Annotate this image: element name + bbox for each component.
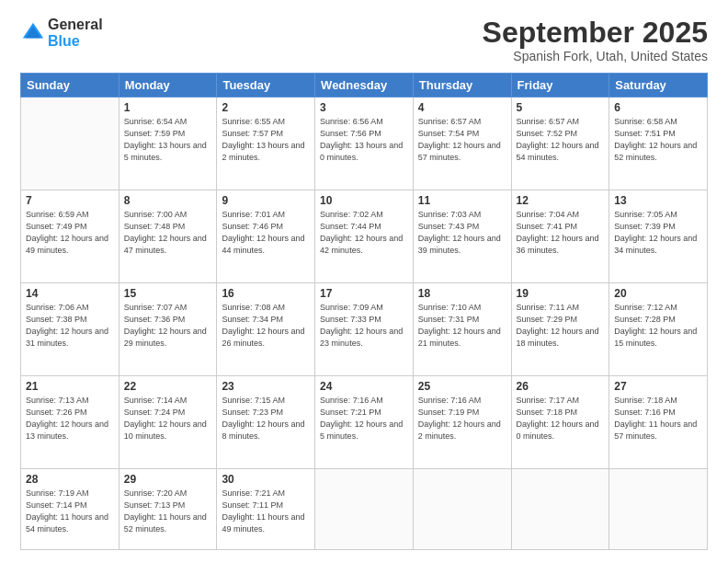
day-info: Sunrise: 6:57 AMSunset: 7:54 PMDaylight:… xyxy=(418,116,506,164)
day-number: 21 xyxy=(26,380,114,393)
calendar-cell: 21Sunrise: 7:13 AMSunset: 7:26 PMDayligh… xyxy=(21,375,119,468)
day-number: 28 xyxy=(26,473,114,486)
calendar-week-row: 28Sunrise: 7:19 AMSunset: 7:14 PMDayligh… xyxy=(21,468,708,550)
day-info: Sunrise: 7:07 AMSunset: 7:36 PMDaylight:… xyxy=(124,302,212,350)
day-number: 16 xyxy=(222,287,310,300)
calendar-cell: 25Sunrise: 7:16 AMSunset: 7:19 PMDayligh… xyxy=(413,375,511,468)
calendar-cell: 14Sunrise: 7:06 AMSunset: 7:38 PMDayligh… xyxy=(21,282,119,375)
logo-blue-text: Blue xyxy=(48,33,103,50)
day-number: 8 xyxy=(124,194,212,207)
day-info: Sunrise: 6:58 AMSunset: 7:51 PMDaylight:… xyxy=(614,116,702,164)
calendar-cell xyxy=(609,468,708,550)
day-number: 24 xyxy=(320,380,408,393)
calendar-header-row: SundayMondayTuesdayWednesdayThursdayFrid… xyxy=(21,74,708,98)
logo-general-text: General xyxy=(48,17,103,33)
day-number: 12 xyxy=(517,194,605,207)
calendar-cell: 29Sunrise: 7:20 AMSunset: 7:13 PMDayligh… xyxy=(119,468,217,550)
day-number: 7 xyxy=(26,194,114,207)
calendar-cell: 23Sunrise: 7:15 AMSunset: 7:23 PMDayligh… xyxy=(217,375,315,468)
day-info: Sunrise: 7:18 AMSunset: 7:16 PMDaylight:… xyxy=(614,395,702,442)
day-info: Sunrise: 7:06 AMSunset: 7:38 PMDaylight:… xyxy=(26,302,114,350)
day-number: 2 xyxy=(222,101,310,114)
month-title: September 2025 xyxy=(483,17,708,49)
day-info: Sunrise: 6:57 AMSunset: 7:52 PMDaylight:… xyxy=(517,116,605,164)
day-number: 13 xyxy=(614,194,702,207)
calendar-cell xyxy=(21,98,119,190)
calendar-header-tuesday: Tuesday xyxy=(217,74,315,98)
calendar-cell: 9Sunrise: 7:01 AMSunset: 7:46 PMDaylight… xyxy=(217,190,315,283)
calendar-cell: 16Sunrise: 7:08 AMSunset: 7:34 PMDayligh… xyxy=(217,282,315,375)
day-info: Sunrise: 7:03 AMSunset: 7:43 PMDaylight:… xyxy=(418,209,506,257)
day-info: Sunrise: 7:16 AMSunset: 7:21 PMDaylight:… xyxy=(320,395,408,442)
day-info: Sunrise: 7:11 AMSunset: 7:29 PMDaylight:… xyxy=(517,302,605,350)
day-number: 5 xyxy=(517,101,605,114)
day-number: 25 xyxy=(418,380,506,393)
day-number: 18 xyxy=(418,287,506,300)
day-number: 17 xyxy=(320,287,408,300)
day-number: 29 xyxy=(124,473,212,486)
calendar-cell: 2Sunrise: 6:55 AMSunset: 7:57 PMDaylight… xyxy=(217,98,315,190)
day-info: Sunrise: 7:09 AMSunset: 7:33 PMDaylight:… xyxy=(320,302,408,350)
day-number: 6 xyxy=(614,101,702,114)
day-number: 14 xyxy=(26,287,114,300)
calendar-cell: 26Sunrise: 7:17 AMSunset: 7:18 PMDayligh… xyxy=(511,375,609,468)
day-info: Sunrise: 7:10 AMSunset: 7:31 PMDaylight:… xyxy=(418,302,506,350)
day-info: Sunrise: 6:59 AMSunset: 7:49 PMDaylight:… xyxy=(26,209,114,257)
day-info: Sunrise: 7:04 AMSunset: 7:41 PMDaylight:… xyxy=(517,209,605,257)
calendar-cell: 22Sunrise: 7:14 AMSunset: 7:24 PMDayligh… xyxy=(119,375,217,468)
header: General Blue September 2025 Spanish Fork… xyxy=(20,17,708,63)
calendar-cell: 3Sunrise: 6:56 AMSunset: 7:56 PMDaylight… xyxy=(315,98,414,190)
calendar-cell: 10Sunrise: 7:02 AMSunset: 7:44 PMDayligh… xyxy=(315,190,414,283)
page: General Blue September 2025 Spanish Fork… xyxy=(0,0,728,563)
calendar-week-row: 1Sunrise: 6:54 AMSunset: 7:59 PMDaylight… xyxy=(21,98,708,190)
calendar-cell: 5Sunrise: 6:57 AMSunset: 7:52 PMDaylight… xyxy=(511,98,609,190)
calendar-table: SundayMondayTuesdayWednesdayThursdayFrid… xyxy=(20,73,708,550)
calendar-header-thursday: Thursday xyxy=(413,74,511,98)
location: Spanish Fork, Utah, United States xyxy=(483,49,708,63)
day-number: 19 xyxy=(517,287,605,300)
calendar-cell: 19Sunrise: 7:11 AMSunset: 7:29 PMDayligh… xyxy=(511,282,609,375)
day-info: Sunrise: 7:01 AMSunset: 7:46 PMDaylight:… xyxy=(222,209,310,257)
day-info: Sunrise: 7:00 AMSunset: 7:48 PMDaylight:… xyxy=(124,209,212,257)
calendar-cell: 24Sunrise: 7:16 AMSunset: 7:21 PMDayligh… xyxy=(315,375,414,468)
calendar-week-row: 7Sunrise: 6:59 AMSunset: 7:49 PMDaylight… xyxy=(21,190,708,283)
day-info: Sunrise: 6:55 AMSunset: 7:57 PMDaylight:… xyxy=(222,116,310,164)
day-info: Sunrise: 7:21 AMSunset: 7:11 PMDaylight:… xyxy=(222,488,310,535)
day-info: Sunrise: 7:12 AMSunset: 7:28 PMDaylight:… xyxy=(614,302,702,350)
day-info: Sunrise: 7:15 AMSunset: 7:23 PMDaylight:… xyxy=(222,395,310,442)
day-number: 23 xyxy=(222,380,310,393)
calendar-week-row: 14Sunrise: 7:06 AMSunset: 7:38 PMDayligh… xyxy=(21,282,708,375)
day-number: 3 xyxy=(320,101,408,114)
calendar-cell: 6Sunrise: 6:58 AMSunset: 7:51 PMDaylight… xyxy=(609,98,708,190)
calendar-cell: 28Sunrise: 7:19 AMSunset: 7:14 PMDayligh… xyxy=(21,468,119,550)
day-info: Sunrise: 7:02 AMSunset: 7:44 PMDaylight:… xyxy=(320,209,408,257)
calendar-cell: 15Sunrise: 7:07 AMSunset: 7:36 PMDayligh… xyxy=(119,282,217,375)
calendar-cell xyxy=(413,468,511,550)
calendar-cell: 1Sunrise: 6:54 AMSunset: 7:59 PMDaylight… xyxy=(119,98,217,190)
day-number: 15 xyxy=(124,287,212,300)
calendar-cell xyxy=(315,468,414,550)
day-number: 26 xyxy=(517,380,605,393)
day-number: 11 xyxy=(418,194,506,207)
day-info: Sunrise: 7:14 AMSunset: 7:24 PMDaylight:… xyxy=(124,395,212,442)
calendar-header-sunday: Sunday xyxy=(21,74,119,98)
calendar-header-monday: Monday xyxy=(119,74,217,98)
day-info: Sunrise: 7:05 AMSunset: 7:39 PMDaylight:… xyxy=(614,209,702,257)
logo-text: General Blue xyxy=(48,17,103,49)
day-info: Sunrise: 7:08 AMSunset: 7:34 PMDaylight:… xyxy=(222,302,310,350)
day-number: 27 xyxy=(614,380,702,393)
calendar-cell: 17Sunrise: 7:09 AMSunset: 7:33 PMDayligh… xyxy=(315,282,414,375)
calendar-header-friday: Friday xyxy=(511,74,609,98)
calendar-cell: 13Sunrise: 7:05 AMSunset: 7:39 PMDayligh… xyxy=(609,190,708,283)
calendar-cell xyxy=(511,468,609,550)
day-number: 1 xyxy=(124,101,212,114)
calendar-cell: 12Sunrise: 7:04 AMSunset: 7:41 PMDayligh… xyxy=(511,190,609,283)
day-info: Sunrise: 7:17 AMSunset: 7:18 PMDaylight:… xyxy=(517,395,605,442)
calendar-cell: 27Sunrise: 7:18 AMSunset: 7:16 PMDayligh… xyxy=(609,375,708,468)
calendar-cell: 8Sunrise: 7:00 AMSunset: 7:48 PMDaylight… xyxy=(119,190,217,283)
calendar-cell: 4Sunrise: 6:57 AMSunset: 7:54 PMDaylight… xyxy=(413,98,511,190)
calendar-cell: 20Sunrise: 7:12 AMSunset: 7:28 PMDayligh… xyxy=(609,282,708,375)
logo-icon xyxy=(20,20,46,46)
day-number: 4 xyxy=(418,101,506,114)
calendar-week-row: 21Sunrise: 7:13 AMSunset: 7:26 PMDayligh… xyxy=(21,375,708,468)
